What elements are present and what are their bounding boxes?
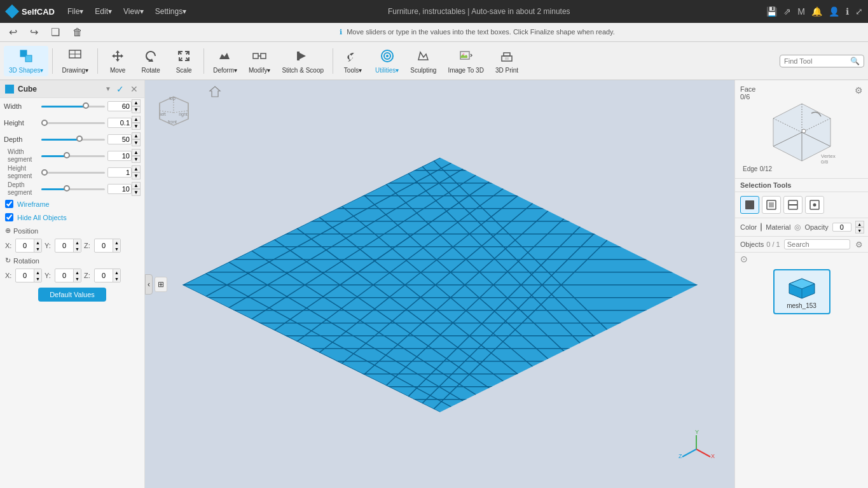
orient-diagram[interactable]: Vertex 0/8	[740, 101, 863, 164]
depth-stepper[interactable]: ▲ ▼	[132, 132, 141, 146]
toolbar-tools[interactable]: Tools▾	[337, 46, 369, 76]
toolbar-image[interactable]: Image To 3D	[443, 46, 489, 76]
delete-button[interactable]: 🗑	[69, 25, 86, 40]
height-down[interactable]: ▼	[132, 123, 141, 130]
sel-tool-face[interactable]	[762, 196, 781, 214]
material-icon[interactable]: ◎	[794, 223, 801, 232]
hide-all-checkbox[interactable]	[5, 213, 13, 221]
toolbar-stitch[interactable]: Stitch & Scoop	[277, 46, 329, 76]
sel-tool-object[interactable]	[740, 196, 759, 214]
depth-segment-stepper[interactable]: ▲ ▼	[132, 182, 141, 196]
toolbar-modify[interactable]: Modify▾	[244, 46, 275, 76]
objects-nav-back[interactable]: ⊙	[740, 254, 748, 264]
opacity-down[interactable]: ▼	[855, 227, 864, 234]
pos-z-up[interactable]: ▲	[113, 239, 120, 246]
pos-y-down[interactable]: ▼	[73, 246, 81, 252]
width-segment-down[interactable]: ▼	[132, 156, 141, 163]
viewport-home-button[interactable]	[209, 85, 221, 100]
height-segment-down[interactable]: ▼	[132, 172, 141, 179]
rot-y-up[interactable]: ▲	[73, 269, 81, 275]
menu-view[interactable]: View▾	[118, 4, 149, 18]
user-icon[interactable]: 👤	[829, 6, 839, 17]
height-segment-up[interactable]: ▲	[132, 165, 141, 172]
pos-y-input[interactable]: 0	[55, 241, 73, 250]
rot-z-down[interactable]: ▼	[113, 275, 120, 282]
depth-segment-slider[interactable]	[41, 188, 105, 190]
toolbar-3dprint[interactable]: 3D Print	[490, 46, 523, 76]
pos-z-input[interactable]: 0	[95, 241, 113, 250]
notification-icon[interactable]: 🔔	[811, 6, 822, 17]
pos-z-down[interactable]: ▼	[113, 246, 120, 252]
menu-edit[interactable]: Edit▾	[90, 4, 117, 18]
viewport[interactable]: ‹ top left right front	[145, 80, 734, 488]
width-segment-slider[interactable]	[41, 155, 105, 157]
navigation-cube[interactable]: top left right front	[150, 84, 198, 132]
default-values-button[interactable]: Default Values	[38, 288, 106, 302]
rot-y-input[interactable]: 0	[55, 271, 73, 280]
depth-segment-up[interactable]: ▲	[132, 182, 141, 189]
share-icon[interactable]: ⇗	[783, 6, 791, 17]
menu-file[interactable]: File▾	[62, 4, 88, 18]
width-input[interactable]: 60	[107, 101, 132, 111]
toolbar-deform[interactable]: Deform▾	[208, 46, 242, 76]
pos-x-input[interactable]: 0	[16, 241, 34, 250]
height-stepper[interactable]: ▲ ▼	[132, 116, 141, 130]
viewport-grid-button[interactable]: ⊞	[155, 277, 167, 292]
color-swatch[interactable]	[761, 223, 762, 232]
wireframe-label[interactable]: Wireframe	[17, 200, 50, 208]
orient-gear-icon[interactable]: ⚙	[855, 85, 863, 95]
toolbar-move[interactable]: Move	[102, 46, 134, 76]
sel-tool-edge[interactable]	[783, 196, 803, 214]
depth-segment-input[interactable]: 10	[107, 184, 132, 194]
redo-button[interactable]: ↪	[26, 24, 42, 40]
depth-slider[interactable]	[41, 139, 105, 141]
width-segment-up[interactable]: ▲	[132, 149, 141, 156]
toolbar-rotate[interactable]: Rotate	[135, 46, 167, 76]
rot-y-down[interactable]: ▼	[73, 275, 81, 282]
width-stepper[interactable]: ▲ ▼	[132, 99, 141, 113]
toolbar-3dshapes[interactable]: 3D Shapes▾	[4, 46, 48, 76]
toolbar-sculpting[interactable]: Sculpting	[405, 46, 441, 76]
height-segment-slider[interactable]	[41, 172, 105, 174]
object-item-mesh153[interactable]: mesh_153	[773, 269, 830, 314]
depth-up[interactable]: ▲	[132, 132, 141, 139]
height-input[interactable]: 0.1	[107, 118, 132, 128]
objects-gear-icon[interactable]: ⚙	[855, 240, 863, 249]
save-icon[interactable]: 💾	[766, 6, 777, 17]
copy-button[interactable]: ❏	[47, 24, 64, 40]
rot-x-up[interactable]: ▲	[34, 269, 41, 275]
pos-x-down[interactable]: ▼	[34, 246, 41, 252]
width-segment-input[interactable]: 10	[107, 151, 132, 161]
rot-x-down[interactable]: ▼	[34, 275, 41, 282]
fullscreen-icon[interactable]: ⤢	[855, 6, 863, 17]
wireframe-checkbox[interactable]	[5, 200, 13, 208]
hide-all-label[interactable]: Hide All Objects	[17, 214, 67, 221]
width-segment-stepper[interactable]: ▲ ▼	[132, 149, 141, 163]
width-up[interactable]: ▲	[132, 99, 141, 106]
confirm-button[interactable]: ✓	[115, 83, 125, 95]
pos-x-up[interactable]: ▲	[34, 239, 41, 246]
opacity-input[interactable]: 0	[832, 223, 851, 232]
sel-tool-vertex[interactable]	[805, 196, 824, 214]
width-down[interactable]: ▼	[132, 106, 141, 113]
pos-y-up[interactable]: ▲	[73, 239, 81, 246]
toolbar-scale[interactable]: Scale	[168, 46, 200, 76]
depth-down[interactable]: ▼	[132, 139, 141, 146]
toolbar-drawing[interactable]: Drawing▾	[57, 46, 93, 76]
height-up[interactable]: ▲	[132, 116, 141, 123]
find-tool-input[interactable]	[784, 57, 848, 65]
height-segment-stepper[interactable]: ▲ ▼	[132, 165, 141, 179]
width-slider[interactable]	[41, 106, 105, 108]
height-segment-input[interactable]: 1	[107, 167, 132, 178]
objects-search-input[interactable]	[787, 241, 822, 248]
undo-button[interactable]: ↩	[5, 24, 21, 40]
depth-input[interactable]: 50	[107, 134, 132, 144]
rot-z-input[interactable]: 0	[95, 271, 113, 280]
height-slider[interactable]	[41, 122, 105, 124]
rot-x-input[interactable]: 0	[16, 271, 34, 280]
sidebar-collapse-button[interactable]: ‹	[145, 274, 153, 295]
opacity-up[interactable]: ▲	[855, 221, 864, 227]
info-icon[interactable]: ℹ	[846, 6, 849, 17]
dropdown-arrow[interactable]: ▼	[105, 85, 111, 92]
opacity-stepper[interactable]: ▲ ▼	[855, 221, 864, 234]
